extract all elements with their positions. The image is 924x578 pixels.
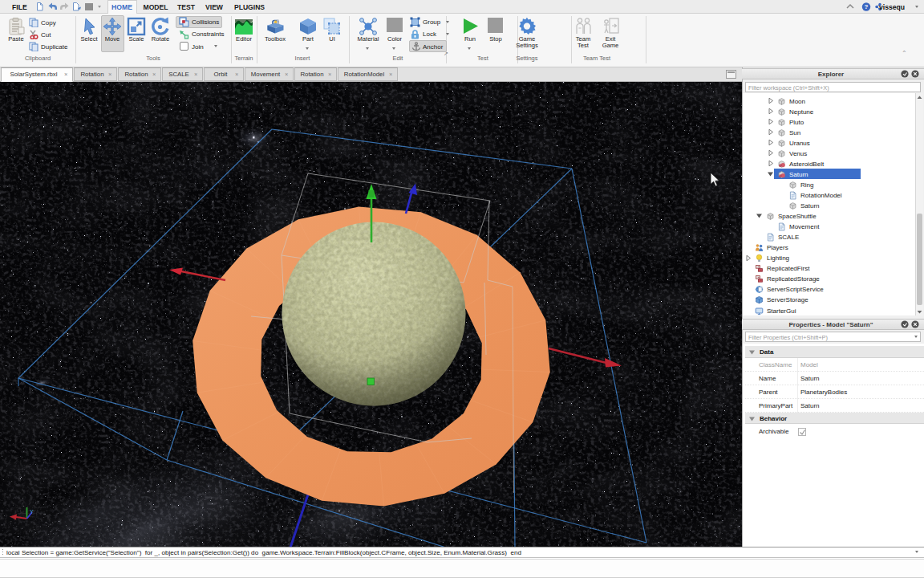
svg-text:Y: Y	[30, 509, 34, 515]
svg-text:?: ?	[865, 3, 869, 10]
